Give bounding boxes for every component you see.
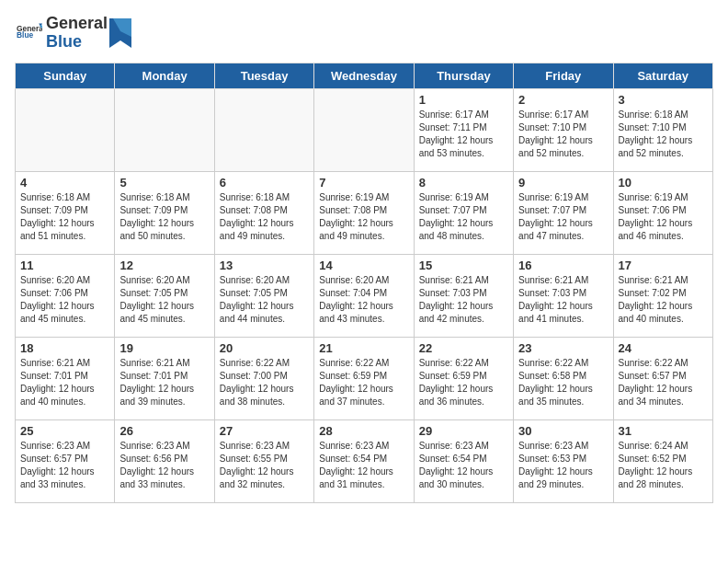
day-info: Sunrise: 6:17 AM Sunset: 7:10 PM Dayligh…: [518, 109, 608, 160]
calendar-day-cell: 26Sunrise: 6:23 AM Sunset: 6:56 PM Dayli…: [115, 419, 214, 502]
day-info: Sunrise: 6:22 AM Sunset: 6:59 PM Dayligh…: [419, 357, 508, 408]
day-number: 19: [119, 341, 209, 355]
day-info: Sunrise: 6:22 AM Sunset: 7:00 PM Dayligh…: [220, 357, 309, 408]
logo-arrow-icon: [109, 18, 131, 48]
day-info: Sunrise: 6:22 AM Sunset: 6:58 PM Dayligh…: [518, 357, 608, 408]
calendar-day-cell: 6Sunrise: 6:18 AM Sunset: 7:08 PM Daylig…: [214, 171, 313, 254]
logo-blue: Blue: [46, 33, 108, 52]
calendar-day-cell: 25Sunrise: 6:23 AM Sunset: 6:57 PM Dayli…: [16, 419, 115, 502]
day-info: Sunrise: 6:19 AM Sunset: 7:06 PM Dayligh…: [619, 191, 708, 243]
calendar-day-cell: 28Sunrise: 6:23 AM Sunset: 6:54 PM Dayli…: [314, 419, 414, 502]
logo: General Blue General Blue: [15, 15, 131, 52]
day-info: Sunrise: 6:21 AM Sunset: 7:02 PM Dayligh…: [619, 274, 708, 326]
day-number: 29: [419, 424, 508, 438]
day-number: 4: [20, 176, 109, 190]
weekday-header: Saturday: [613, 63, 712, 88]
day-info: Sunrise: 6:21 AM Sunset: 7:03 PM Dayligh…: [419, 274, 508, 326]
day-info: Sunrise: 6:19 AM Sunset: 7:07 PM Dayligh…: [419, 191, 508, 243]
day-info: Sunrise: 6:18 AM Sunset: 7:10 PM Dayligh…: [619, 109, 708, 160]
day-number: 13: [220, 259, 309, 272]
calendar-week-row: 4Sunrise: 6:18 AM Sunset: 7:09 PM Daylig…: [16, 171, 713, 254]
day-info: Sunrise: 6:18 AM Sunset: 7:09 PM Dayligh…: [20, 191, 109, 243]
calendar-day-cell: [115, 88, 214, 171]
calendar-day-cell: [314, 88, 414, 171]
calendar-week-row: 18Sunrise: 6:21 AM Sunset: 7:01 PM Dayli…: [16, 337, 713, 419]
calendar-day-cell: 30Sunrise: 6:23 AM Sunset: 6:53 PM Dayli…: [514, 419, 613, 502]
day-info: Sunrise: 6:23 AM Sunset: 6:54 PM Dayligh…: [419, 440, 508, 491]
day-info: Sunrise: 6:17 AM Sunset: 7:11 PM Dayligh…: [419, 109, 508, 160]
calendar-table: SundayMondayTuesdayWednesdayThursdayFrid…: [15, 63, 713, 503]
calendar-day-cell: 8Sunrise: 6:19 AM Sunset: 7:07 PM Daylig…: [414, 171, 513, 254]
calendar-day-cell: 24Sunrise: 6:22 AM Sunset: 6:57 PM Dayli…: [613, 337, 712, 419]
day-number: 24: [619, 341, 708, 355]
calendar-day-cell: 16Sunrise: 6:21 AM Sunset: 7:03 PM Dayli…: [514, 254, 613, 337]
calendar-day-cell: 29Sunrise: 6:23 AM Sunset: 6:54 PM Dayli…: [414, 419, 513, 502]
day-number: 21: [319, 341, 408, 355]
day-number: 26: [119, 424, 209, 438]
calendar-day-cell: 1Sunrise: 6:17 AM Sunset: 7:11 PM Daylig…: [414, 88, 513, 171]
weekday-header: Wednesday: [314, 63, 414, 88]
day-info: Sunrise: 6:24 AM Sunset: 6:52 PM Dayligh…: [619, 440, 708, 491]
calendar-day-cell: 22Sunrise: 6:22 AM Sunset: 6:59 PM Dayli…: [414, 337, 513, 419]
day-number: 10: [619, 176, 708, 190]
day-number: 22: [419, 341, 508, 355]
calendar-day-cell: 10Sunrise: 6:19 AM Sunset: 7:06 PM Dayli…: [613, 171, 712, 254]
calendar-day-cell: 3Sunrise: 6:18 AM Sunset: 7:10 PM Daylig…: [613, 88, 712, 171]
calendar-day-cell: 15Sunrise: 6:21 AM Sunset: 7:03 PM Dayli…: [414, 254, 513, 337]
day-info: Sunrise: 6:20 AM Sunset: 7:04 PM Dayligh…: [319, 274, 408, 326]
day-number: 18: [20, 341, 109, 355]
weekday-header: Friday: [514, 63, 613, 88]
calendar-day-cell: 9Sunrise: 6:19 AM Sunset: 7:07 PM Daylig…: [514, 171, 613, 254]
day-info: Sunrise: 6:23 AM Sunset: 6:54 PM Dayligh…: [319, 440, 408, 491]
page-header: General Blue General Blue: [15, 15, 713, 52]
day-info: Sunrise: 6:20 AM Sunset: 7:05 PM Dayligh…: [220, 274, 309, 326]
calendar-day-cell: 11Sunrise: 6:20 AM Sunset: 7:06 PM Dayli…: [16, 254, 115, 337]
weekday-header: Tuesday: [214, 63, 313, 88]
day-info: Sunrise: 6:23 AM Sunset: 6:55 PM Dayligh…: [220, 440, 309, 491]
calendar-day-cell: [214, 88, 313, 171]
day-info: Sunrise: 6:18 AM Sunset: 7:09 PM Dayligh…: [119, 191, 209, 243]
calendar-day-cell: 23Sunrise: 6:22 AM Sunset: 6:58 PM Dayli…: [514, 337, 613, 419]
day-number: 15: [419, 259, 508, 272]
day-number: 11: [20, 259, 109, 272]
day-number: 31: [619, 424, 708, 438]
logo-general-text: General Blue: [15, 18, 42, 48]
day-number: 7: [319, 176, 408, 190]
day-number: 12: [119, 259, 209, 272]
calendar-day-cell: 2Sunrise: 6:17 AM Sunset: 7:10 PM Daylig…: [514, 88, 613, 171]
day-info: Sunrise: 6:21 AM Sunset: 7:01 PM Dayligh…: [20, 357, 109, 408]
day-number: 16: [518, 259, 608, 272]
day-number: 23: [518, 341, 608, 355]
calendar-day-cell: 17Sunrise: 6:21 AM Sunset: 7:02 PM Dayli…: [613, 254, 712, 337]
day-number: 8: [419, 176, 508, 190]
svg-text:Blue: Blue: [17, 30, 33, 40]
day-info: Sunrise: 6:20 AM Sunset: 7:05 PM Dayligh…: [119, 274, 209, 326]
calendar-week-row: 1Sunrise: 6:17 AM Sunset: 7:11 PM Daylig…: [16, 88, 713, 171]
calendar-day-cell: [16, 88, 115, 171]
calendar-day-cell: 5Sunrise: 6:18 AM Sunset: 7:09 PM Daylig…: [115, 171, 214, 254]
day-info: Sunrise: 6:20 AM Sunset: 7:06 PM Dayligh…: [20, 274, 109, 326]
day-info: Sunrise: 6:23 AM Sunset: 6:56 PM Dayligh…: [119, 440, 209, 491]
day-number: 17: [619, 259, 708, 272]
weekday-header: Sunday: [16, 63, 115, 88]
weekday-header: Monday: [115, 63, 214, 88]
weekday-header-row: SundayMondayTuesdayWednesdayThursdayFrid…: [16, 63, 713, 88]
day-number: 2: [518, 93, 608, 107]
calendar-week-row: 11Sunrise: 6:20 AM Sunset: 7:06 PM Dayli…: [16, 254, 713, 337]
day-number: 25: [20, 424, 109, 438]
calendar-day-cell: 18Sunrise: 6:21 AM Sunset: 7:01 PM Dayli…: [16, 337, 115, 419]
day-info: Sunrise: 6:21 AM Sunset: 7:01 PM Dayligh…: [119, 357, 209, 408]
calendar-day-cell: 19Sunrise: 6:21 AM Sunset: 7:01 PM Dayli…: [115, 337, 214, 419]
calendar-day-cell: 14Sunrise: 6:20 AM Sunset: 7:04 PM Dayli…: [314, 254, 414, 337]
day-number: 27: [220, 424, 309, 438]
day-number: 9: [518, 176, 608, 190]
day-number: 3: [619, 93, 708, 107]
day-number: 28: [319, 424, 408, 438]
weekday-header: Thursday: [414, 63, 513, 88]
day-info: Sunrise: 6:18 AM Sunset: 7:08 PM Dayligh…: [220, 191, 309, 243]
calendar-day-cell: 7Sunrise: 6:19 AM Sunset: 7:08 PM Daylig…: [314, 171, 414, 254]
day-info: Sunrise: 6:19 AM Sunset: 7:07 PM Dayligh…: [518, 191, 608, 243]
calendar-day-cell: 31Sunrise: 6:24 AM Sunset: 6:52 PM Dayli…: [613, 419, 712, 502]
day-number: 5: [119, 176, 209, 190]
calendar-day-cell: 27Sunrise: 6:23 AM Sunset: 6:55 PM Dayli…: [214, 419, 313, 502]
